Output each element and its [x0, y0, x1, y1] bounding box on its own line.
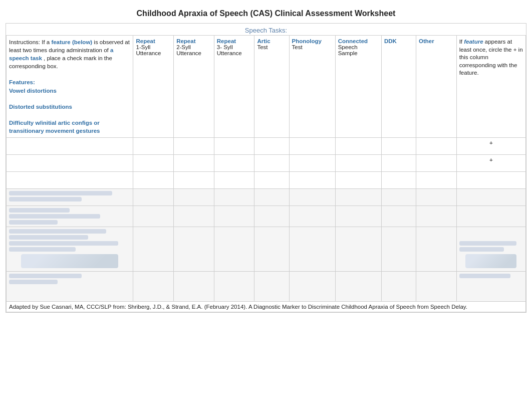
r1-dist[interactable] [133, 155, 174, 172]
phon-dist[interactable] [289, 155, 335, 172]
repeat1-header: Repeat 1-Syll Utterance [136, 38, 171, 56]
feature-row-vowel-distortions: + [7, 138, 526, 155]
circle-dist[interactable]: + [456, 155, 525, 172]
artic-diff[interactable] [254, 172, 289, 189]
ddk-dist[interactable] [381, 155, 416, 172]
ddk-header: DDK [384, 38, 413, 44]
feature-link[interactable]: feature (below) [51, 39, 92, 45]
r2-diff[interactable] [174, 172, 214, 189]
page-title: Childhood Apraxia of Speech (CAS) Clinic… [0, 0, 532, 23]
difficulty-label: Difficulty w/initial artic configs or tr… [9, 120, 100, 134]
conn-dist[interactable] [335, 155, 381, 172]
phon-vowel[interactable] [289, 138, 335, 155]
artic-header: Artic Test [257, 38, 286, 50]
r1-diff[interactable] [133, 172, 174, 189]
r2-vowel[interactable] [174, 138, 214, 155]
speech-tasks-header: Speech Tasks: [6, 24, 526, 35]
repeat3-header: Repeat 3- Syll Utterance [217, 38, 252, 56]
phonology-header: Phonology Test [292, 38, 333, 50]
blurred-row-1 [7, 189, 526, 206]
phon-diff[interactable] [289, 172, 335, 189]
r3-vowel[interactable] [214, 138, 254, 155]
repeat2-header: Repeat 2-Syll Utterance [176, 38, 211, 56]
other-vowel[interactable] [416, 138, 457, 155]
blurred-row-2 [7, 206, 526, 227]
features-label: Features: [9, 79, 35, 85]
r3-diff[interactable] [214, 172, 254, 189]
blurred-row-4 [7, 272, 526, 302]
blurred-row-3 [7, 227, 526, 272]
circle-diff[interactable] [456, 172, 525, 189]
distorted-sub-label: Distorted substitutions [9, 104, 72, 110]
circle-col-header: If feature appears at least once, circle… [459, 38, 523, 77]
feature-row-difficulty [7, 172, 526, 189]
other-diff[interactable] [416, 172, 457, 189]
artic-dist[interactable] [254, 155, 289, 172]
footer-row: Adapted by Sue Casnari, MA, CCC/SLP from… [7, 302, 526, 312]
ddk-diff[interactable] [381, 172, 416, 189]
footer-text: Adapted by Sue Casnari, MA, CCC/SLP from… [9, 304, 467, 310]
conn-vowel[interactable] [335, 138, 381, 155]
artic-vowel[interactable] [254, 138, 289, 155]
other-dist[interactable] [416, 155, 457, 172]
r2-dist[interactable] [174, 155, 214, 172]
r3-dist[interactable] [214, 155, 254, 172]
connected-header: Connected Speech Sample [338, 38, 379, 56]
feature-row-distorted-sub: + [7, 155, 526, 172]
other-header: Other [419, 38, 454, 44]
r1-vowel[interactable] [133, 138, 174, 155]
ddk-vowel[interactable] [381, 138, 416, 155]
vowel-distortions-label: Vowel distortions [9, 88, 57, 94]
circle-vowel[interactable]: + [456, 138, 525, 155]
conn-diff[interactable] [335, 172, 381, 189]
instructions-cell: Instructions: If a feature (below) is ob… [9, 38, 130, 135]
instructions-text1: Instructions: If a [9, 39, 51, 45]
